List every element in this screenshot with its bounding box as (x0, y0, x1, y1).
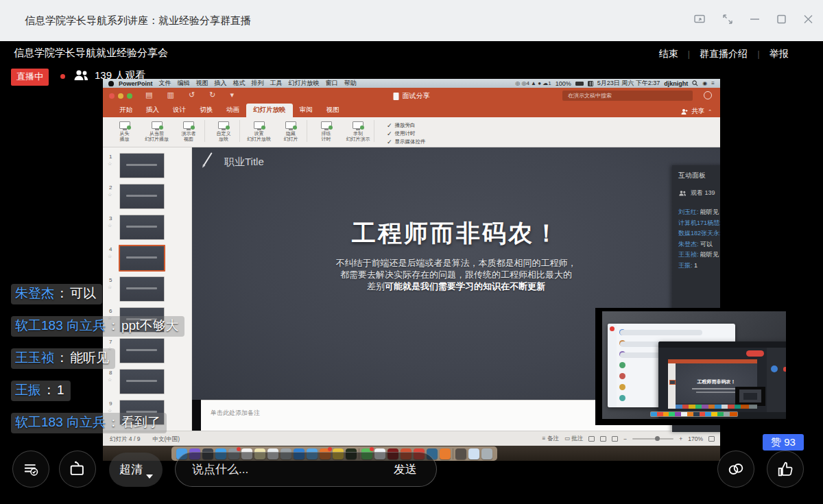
zoom-out-icon[interactable]: − (623, 435, 627, 442)
ribbon-tab[interactable]: 插入 (139, 104, 166, 117)
dock-icon-mail[interactable] (468, 448, 479, 459)
pip-screenshot: 工程师而非码农！ (668, 359, 757, 409)
share-link-button[interactable] (717, 451, 754, 488)
help-icon[interactable] (704, 91, 712, 99)
ribbon-tab[interactable]: 审阅 (293, 104, 320, 117)
quality-selector[interactable]: 超清 (109, 453, 163, 487)
mac-menu-item[interactable]: 插入 (215, 79, 227, 88)
ribbon-button[interactable]: 录制 幻灯片演示 (342, 120, 374, 142)
slide-thumbnail[interactable]: 1 ☆ (103, 151, 191, 182)
ribbon-checkbox[interactable]: ✓ 使用计时 (387, 130, 426, 138)
header-action[interactable]: 群直播介绍 (678, 48, 748, 60)
header-actions: 结束群直播介绍举报 (658, 48, 789, 60)
mac-app-name: PowerPoint (119, 80, 153, 87)
ribbon-button[interactable]: 自定义 放映 (208, 120, 240, 142)
ribbon-button[interactable]: 排练 计时 (310, 120, 342, 142)
notes-toggle[interactable]: ≡ 备注 (542, 435, 559, 443)
checkmark-icon: ✓ (387, 139, 392, 145)
spotlight-icon[interactable] (692, 80, 698, 86)
ribbon-tab[interactable]: 切换 (193, 104, 219, 117)
chat-input[interactable] (192, 463, 394, 477)
mac-menu-item[interactable]: 工具 (270, 79, 283, 88)
maximize-icon[interactable] (776, 14, 787, 25)
dock-icon-trash[interactable] (481, 448, 492, 459)
ribbon-button[interactable]: 设置 幻灯片放映 (243, 120, 275, 142)
ribbon-button[interactable]: 从头 播放 (108, 120, 141, 142)
pip-chat-column (767, 348, 786, 412)
zoom-in-icon[interactable]: + (679, 435, 682, 442)
zoom-level[interactable]: 170% (688, 435, 703, 442)
animation-star-icon: ☆ (108, 192, 112, 197)
pip-preview[interactable]: 工程师而非码农！ (595, 308, 794, 425)
normal-view-icon[interactable] (588, 436, 595, 442)
slideshow-view-icon[interactable] (612, 436, 618, 442)
slide-body: 不纠结于前端还是后端或者是算法，本质都是相同的工程师， 都需要去解决实际存在的问… (192, 257, 720, 292)
header-action[interactable]: 结束 (658, 48, 678, 60)
mac-minimize-button[interactable] (118, 93, 123, 99)
mac-close-button[interactable] (109, 93, 115, 99)
pip-live-window: 工程师而非码农！ (658, 341, 786, 418)
fullscreen-icon[interactable] (722, 14, 733, 25)
thumbnail-image[interactable] (119, 245, 165, 272)
rotate-screen-button[interactable] (59, 451, 96, 488)
ppt-search-placeholder: 在演示文稿中搜索 (568, 93, 612, 99)
slide-thumbnail[interactable]: 4 ☆ (103, 243, 191, 274)
ribbon-checkboxes: ✓ 播放旁白 ✓ 使用计时 ✓ 显示媒体控件 (387, 120, 426, 146)
status-icons: ◎ ◎4 ▲ ● ☁1 (515, 80, 551, 86)
zoom-slider[interactable] (632, 438, 673, 440)
send-button[interactable]: 发送 (394, 461, 417, 477)
header-action[interactable]: 举报 (748, 48, 789, 60)
close-icon[interactable] (803, 14, 813, 25)
mac-zoom-button[interactable] (127, 93, 132, 99)
live-stream-window: 信息学院学长导航系列讲座：就业经验分享群直播 信息学院学长导航就业经验分享会 结… (0, 0, 823, 504)
thumbnail-image[interactable] (119, 215, 165, 240)
ribbon-checkbox[interactable]: ✓ 显示媒体控件 (387, 138, 426, 146)
thumbnail-image[interactable] (119, 153, 165, 178)
like-button[interactable] (767, 451, 804, 488)
fit-slide-icon[interactable] (708, 436, 715, 442)
ribbon-tab[interactable]: 动画 (219, 104, 246, 117)
ribbon-tab[interactable]: 幻灯片放映 (246, 104, 293, 117)
minimize-icon[interactable] (750, 14, 760, 25)
mac-menu-item[interactable]: 窗口 (326, 79, 338, 88)
ribbon-checkbox[interactable]: ✓ 播放旁白 (387, 121, 426, 130)
dock-icon-archive[interactable] (455, 448, 466, 459)
comments-toggle[interactable]: ▭ 批注 (564, 435, 583, 443)
mac-menu-item[interactable]: 格式 (233, 79, 246, 88)
slide-thumbnail[interactable]: 3 ☆ (103, 213, 191, 243)
ribbon-button[interactable]: 演示者 视图 (173, 120, 205, 142)
document-title: 面试分享 (403, 91, 430, 101)
ribbon-tab-bar: 开始插入设计切换动画幻灯片放映审阅视图 (103, 104, 720, 117)
chat-overlay: 朱登杰：可以 软工183 向立兵：ppt不够大 王玉祯：能听见 王振：1 软工1… (11, 284, 184, 445)
ribbon-tab[interactable]: 开始 (112, 104, 139, 117)
ribbon-tab[interactable]: 视图 (320, 104, 346, 117)
mac-menu-item[interactable]: 幻灯片放映 (289, 79, 320, 88)
quick-access-icons[interactable]: ▤ ▥ ↺ ↻ ▾ (145, 91, 240, 99)
mac-menu-item[interactable]: 编辑 (178, 79, 190, 88)
thumbnail-image[interactable] (119, 184, 165, 209)
mac-menu-item[interactable]: 排列 (252, 79, 264, 88)
ribbon-button[interactable]: 隐藏 幻灯片 (275, 120, 307, 142)
ribbon-button[interactable]: 从当前 幻灯片播放 (141, 120, 173, 142)
panel-message-王振: 王振: 1 (678, 261, 720, 272)
dock-icon-postman[interactable] (440, 448, 451, 459)
ppt-search-field[interactable]: 在演示文稿中搜索 (562, 91, 693, 101)
ribbon-tab[interactable]: 设计 (166, 104, 193, 117)
link-loop-icon (726, 459, 746, 479)
apple-logo-icon (108, 81, 114, 86)
window-titlebar: 信息学院学长导航系列讲座：就业经验分享群直播 (0, 0, 823, 41)
chat-list-button[interactable] (12, 451, 49, 488)
mac-menu-item[interactable]: 文件 (159, 79, 171, 88)
chevron-down-icon (146, 475, 153, 479)
slide-sorter-icon[interactable] (600, 436, 606, 442)
share-button[interactable]: 共享 ⌃ (681, 107, 712, 116)
dock-icon-separator2[interactable] (453, 448, 453, 459)
popout-panel-icon[interactable] (694, 14, 706, 25)
live-status-badge: 直播中 (11, 69, 49, 86)
slide-thumbnail[interactable]: 2 ☆ (103, 182, 191, 213)
panel-viewers-icon (678, 190, 687, 196)
notification-center-icon[interactable]: ≡ (711, 80, 715, 86)
mac-menu-item[interactable]: 视图 (196, 79, 208, 88)
siri-icon[interactable]: ◉ (702, 80, 707, 86)
mac-menu-item[interactable]: 帮助 (344, 79, 357, 88)
